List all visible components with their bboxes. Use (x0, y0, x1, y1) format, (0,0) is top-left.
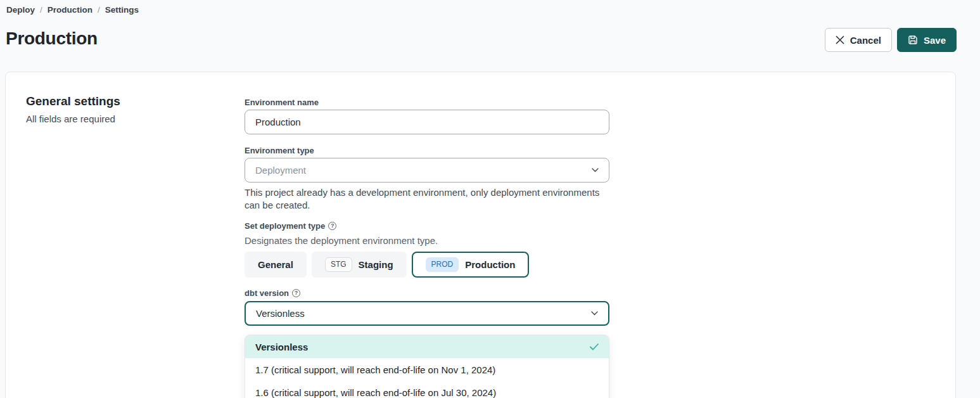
question-circle-icon[interactable]: ? (292, 289, 300, 297)
dbt-version-select[interactable]: Versionless (245, 301, 609, 326)
prod-badge: PROD (426, 257, 459, 271)
page: Deploy / Production / Settings Productio… (0, 0, 980, 398)
breadcrumb-separator: / (98, 5, 100, 15)
cancel-button-label: Cancel (850, 35, 881, 46)
save-button[interactable]: Save (897, 28, 957, 52)
dropdown-option-versionless[interactable]: Versionless (245, 335, 609, 358)
deployment-type-helper: Designates the deployment environment ty… (245, 235, 438, 246)
environment-name-input[interactable] (245, 110, 609, 134)
deployment-type-options: General STG Staging PROD Production (245, 252, 529, 278)
deployment-type-label-text: Set deployment type (245, 221, 325, 231)
section-subtitle: All fields are required (26, 113, 115, 124)
section-title: General settings (26, 94, 120, 108)
environment-type-select[interactable]: Deployment (245, 158, 609, 183)
cancel-button[interactable]: Cancel (825, 28, 892, 52)
breadcrumb-deploy[interactable]: Deploy (6, 5, 35, 15)
floppy-disk-icon (908, 35, 918, 45)
general-settings-card: General settings All fields are required… (5, 72, 956, 398)
x-icon (836, 35, 844, 44)
dbt-version-label-text: dbt version (245, 288, 289, 298)
dropdown-option-1-7[interactable]: 1.7 (critical support, will reach end-of… (245, 358, 609, 381)
chevron-down-icon (591, 311, 598, 316)
dbt-version-label: dbt version ? (245, 288, 300, 298)
dropdown-option-label: 1.6 (critical support, will reach end-of… (255, 387, 496, 398)
environment-name-label: Environment name (245, 98, 319, 107)
breadcrumb: Deploy / Production / Settings (6, 5, 139, 15)
dropdown-option-label: 1.7 (critical support, will reach end-of… (255, 364, 495, 375)
breadcrumb-settings[interactable]: Settings (105, 5, 139, 15)
deployment-type-production-button[interactable]: PROD Production (412, 252, 530, 278)
dbt-version-value: Versionless (256, 308, 305, 319)
dropdown-option-1-6[interactable]: 1.6 (critical support, will reach end-of… (245, 381, 609, 398)
chevron-down-icon (592, 168, 599, 172)
save-button-label: Save (924, 35, 946, 46)
breadcrumb-production[interactable]: Production (48, 5, 92, 15)
dropdown-option-label: Versionless (255, 342, 308, 352)
page-title: Production (6, 29, 98, 49)
environment-type-helper: This project already has a development e… (245, 186, 601, 212)
deployment-type-staging-label: Staging (359, 259, 393, 270)
header-actions: Cancel Save (825, 28, 957, 52)
dbt-version-dropdown: Versionless 1.7 (critical support, will … (245, 335, 609, 398)
environment-type-label: Environment type (245, 146, 314, 155)
environment-type-value: Deployment (255, 165, 306, 176)
deployment-type-general-button[interactable]: General (245, 252, 307, 278)
deployment-type-general-label: General (258, 259, 293, 270)
check-icon (590, 343, 599, 350)
question-circle-icon[interactable]: ? (328, 222, 336, 230)
staging-badge: STG (325, 257, 352, 271)
deployment-type-staging-button[interactable]: STG Staging (312, 252, 407, 278)
deployment-type-label: Set deployment type ? (245, 221, 336, 231)
breadcrumb-separator: / (40, 5, 42, 15)
deployment-type-production-label: Production (465, 259, 515, 270)
